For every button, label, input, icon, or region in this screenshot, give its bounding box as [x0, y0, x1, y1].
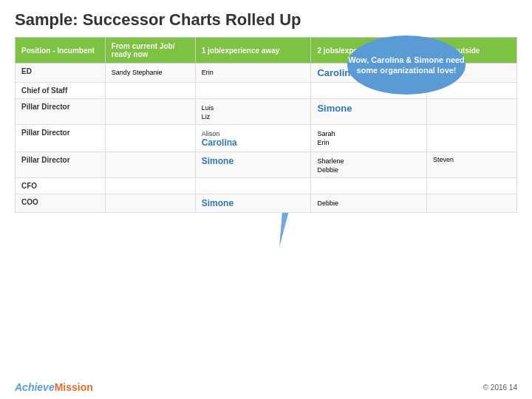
page-title: Sample: Successor Charts Rolled Up: [15, 10, 517, 30]
table-row-position: ED: [16, 64, 106, 83]
table-row-1job: LuisLiz: [195, 99, 311, 125]
table-row-position: Chief of Staff: [16, 83, 106, 99]
table-row-current: [105, 194, 195, 213]
logo-mission: Mission: [55, 381, 93, 393]
table-row-outside: [427, 99, 517, 125]
table-row-1job: Erin: [195, 64, 311, 83]
table-row-current: [105, 125, 195, 152]
table-row-2job: Simone: [311, 99, 427, 125]
header-current: From current Job/ ready now: [105, 38, 195, 64]
table-row-position: COO: [16, 194, 106, 213]
table-row-1job: Simone: [195, 194, 311, 213]
footer: AchieveMission © 2016 14: [0, 381, 532, 393]
footer-copyright: © 2016 14: [483, 383, 517, 392]
table-row-outside: [427, 194, 517, 213]
table-row-position: Pillar Director: [16, 125, 106, 152]
table-row-1job: AlisonCarolina: [195, 125, 311, 152]
table-row-2job: [311, 178, 427, 194]
table-row-current: [105, 83, 195, 99]
table-row-outside: [427, 125, 517, 152]
table-row-position: Pillar Director: [16, 152, 106, 178]
table-row-current: Sandy Stephanie: [105, 64, 195, 83]
table-row-outside: Steven: [427, 152, 517, 178]
table-row-current: [105, 152, 195, 178]
table-row-1job: [195, 178, 311, 194]
page-container: Sample: Successor Charts Rolled Up Wow, …: [0, 0, 532, 399]
table-row-current: [105, 178, 195, 194]
table-row-outside: [427, 178, 517, 194]
table-row-2job: SarahErin: [311, 125, 427, 152]
table-row-1job: Simone: [195, 152, 311, 178]
header-1job: 1 job/experience away: [195, 38, 311, 64]
logo-achieve: Achieve: [15, 381, 55, 393]
table-row-2job: Debbie: [311, 194, 427, 213]
callout-bubble: Wow, Carolina & Simone need some organiz…: [347, 35, 466, 95]
footer-logo: AchieveMission: [15, 381, 93, 393]
table-row-current: [105, 99, 195, 125]
table-row-position: CFO: [16, 178, 106, 194]
header-position: Position - Incumbent: [16, 38, 106, 64]
table-row-position: Pillar Director: [16, 99, 106, 125]
table-row-1job: [195, 83, 311, 99]
table-row-2job: SharleneDebbie: [311, 152, 427, 178]
